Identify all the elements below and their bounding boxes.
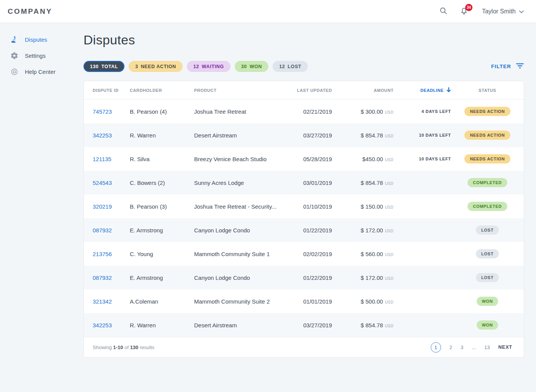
dispute-id-cell: 087932	[93, 274, 130, 281]
dispute-row: 087932 E. Armstrong Canyon Lodge Condo 0…	[84, 218, 524, 242]
amount-value: $ 500.00	[361, 298, 383, 305]
dispute-id-link[interactable]: 087932	[93, 227, 112, 234]
amount-value: $ 150.00	[361, 203, 383, 210]
dispute-id-link[interactable]: 320219	[93, 203, 112, 210]
page-number[interactable]: 3	[461, 345, 463, 350]
dispute-id-cell: 121135	[93, 156, 130, 162]
status-cell: LOST	[451, 249, 524, 258]
last-updated-cell: 01/22/2019	[290, 274, 332, 281]
last-updated-cell: 03/27/2019	[290, 322, 332, 328]
cardholder-cell: R. Silva	[130, 156, 194, 162]
search-button[interactable]	[438, 7, 448, 16]
expand-row-button[interactable]	[524, 154, 524, 164]
status-filter-chips: 130 TOTAL 3 NEED ACTION 12 WAITING 30 WO…	[83, 61, 491, 72]
status-badge: COMPLETED	[467, 178, 507, 187]
filter-chip[interactable]: 12 LOST	[273, 61, 308, 72]
expand-row-button[interactable]	[524, 273, 524, 283]
status-badge: LOST	[476, 225, 499, 235]
column-header-last-updated[interactable]: LAST UPDATED	[290, 88, 332, 93]
cardholder-cell: A.Coleman	[130, 298, 194, 305]
currency-suffix: USD	[385, 253, 394, 257]
table-footer: Showing 1-10 of 130 results 1 2 3 ... 13…	[84, 337, 524, 357]
column-header-deadline[interactable]: DEADLINE	[394, 87, 451, 93]
filter-chip[interactable]: 3 NEED ACTION	[129, 61, 183, 72]
expand-row-button[interactable]	[524, 320, 524, 330]
dispute-id-link[interactable]: 524543	[93, 180, 112, 186]
product-cell: Mammoth Community Suite 2	[194, 298, 290, 305]
currency-suffix: USD	[385, 110, 394, 114]
amount-cell: $ 854.78USD	[332, 322, 394, 328]
cardholder-cell: C. Young	[130, 251, 194, 257]
expand-row-button[interactable]	[524, 225, 524, 235]
column-header-status[interactable]: STATUS	[451, 88, 524, 93]
chevron-down-icon	[519, 8, 524, 15]
filter-chip[interactable]: 130 TOTAL	[83, 61, 124, 72]
column-header-amount[interactable]: AMOUNT	[332, 88, 394, 93]
currency-suffix: USD	[385, 158, 394, 162]
next-page-button[interactable]: NEXT	[498, 345, 512, 350]
status-badge: COMPLETED	[467, 202, 507, 211]
filter-lines-icon	[516, 63, 524, 70]
cardholder-cell: R. Warren	[130, 132, 194, 139]
amount-cell: $ 854.78USD	[332, 132, 394, 139]
last-updated-cell: 01/01/2019	[290, 298, 332, 305]
sidebar-item[interactable]: $ Settings	[0, 47, 83, 64]
amount-cell: $ 172.00USD	[332, 274, 394, 281]
dispute-row: 342253 R. Warren Desert Airstream 03/27/…	[84, 123, 524, 147]
dispute-id-cell: 342253	[93, 322, 130, 328]
status-badge: LOST	[476, 273, 499, 282]
sidebar-item[interactable]: $ Help Center	[0, 64, 83, 80]
amount-value: $ 300.00	[361, 108, 383, 115]
dispute-id-link[interactable]: 342253	[93, 132, 112, 139]
amount-value: $ 172.00	[361, 274, 383, 281]
page-number[interactable]: 13	[484, 345, 490, 350]
notification-count-badge: 34	[465, 4, 472, 11]
column-header-cardholder[interactable]: CARDHOLDER	[130, 88, 194, 93]
dispute-row: 342253 R. Warren Desert Airstream 03/27/…	[84, 313, 524, 337]
dispute-id-link[interactable]: 213756	[93, 251, 112, 257]
sidebar: $ Disputes $	[0, 23, 83, 392]
dispute-id-link[interactable]: 121135	[93, 156, 111, 162]
sidebar-item-label: Disputes	[25, 36, 47, 43]
cardholder-cell: B. Pearson (3)	[130, 203, 194, 210]
page-number[interactable]: 2	[449, 345, 452, 350]
notifications-button[interactable]: 34	[459, 7, 469, 16]
status-cell: NEEDS ACTION	[451, 131, 524, 140]
column-header-product[interactable]: PRODUCT	[194, 88, 290, 93]
expand-row-button[interactable]	[524, 201, 524, 212]
dispute-id-link[interactable]: 342253	[93, 322, 112, 328]
status-cell: NEEDS ACTION	[451, 154, 524, 163]
sidebar-item[interactable]: $ Disputes	[0, 31, 83, 47]
expand-row-button[interactable]	[524, 296, 524, 307]
currency-suffix: USD	[385, 229, 394, 233]
results-range: 1-10	[113, 345, 123, 350]
column-header-dispute-id[interactable]: DISPUTE ID	[93, 88, 130, 93]
filter-button[interactable]: FILTER	[491, 63, 524, 70]
deadline-cell: 4 DAYS LEFT	[394, 109, 451, 114]
dispute-row: 213756 C. Young Mammoth Community Suite …	[84, 242, 524, 266]
expand-row-button[interactable]	[524, 106, 524, 117]
dispute-id-link[interactable]: 321342	[93, 298, 112, 305]
amount-cell: $ 300.00USD	[332, 108, 394, 115]
dispute-id-link[interactable]: 745723	[93, 108, 112, 115]
expand-row-button[interactable]	[524, 249, 524, 259]
deadline-header-label: DEADLINE	[420, 88, 444, 93]
page-number[interactable]: 1	[431, 342, 441, 353]
filter-chip[interactable]: 12 WAITING	[187, 61, 230, 72]
dispute-id-link[interactable]: 087932	[93, 274, 112, 281]
filter-chip[interactable]: 30 WON	[235, 61, 268, 72]
user-name: Taylor Smith	[482, 8, 516, 15]
expand-row-button[interactable]	[524, 130, 524, 140]
status-cell: WON	[451, 297, 524, 306]
currency-suffix: USD	[385, 276, 394, 281]
user-menu[interactable]: Taylor Smith	[482, 8, 524, 15]
page-number[interactable]: ...	[472, 345, 476, 350]
product-cell: Breezy Venice Beach Studio	[194, 156, 290, 162]
status-badge: NEEDS ACTION	[464, 107, 510, 116]
expand-row-button[interactable]	[524, 178, 524, 188]
top-bar: COMPANY 34 Taylor Smith	[0, 0, 536, 23]
amount-cell: $ 560.00USD	[332, 251, 394, 257]
svg-text:$: $	[13, 36, 15, 39]
dispute-row: 087932 E. Armstrong Canyon Lodge Condo 0…	[84, 266, 524, 289]
dispute-row: 320219 B. Pearson (3) Joshua Tree Retrea…	[84, 194, 524, 218]
